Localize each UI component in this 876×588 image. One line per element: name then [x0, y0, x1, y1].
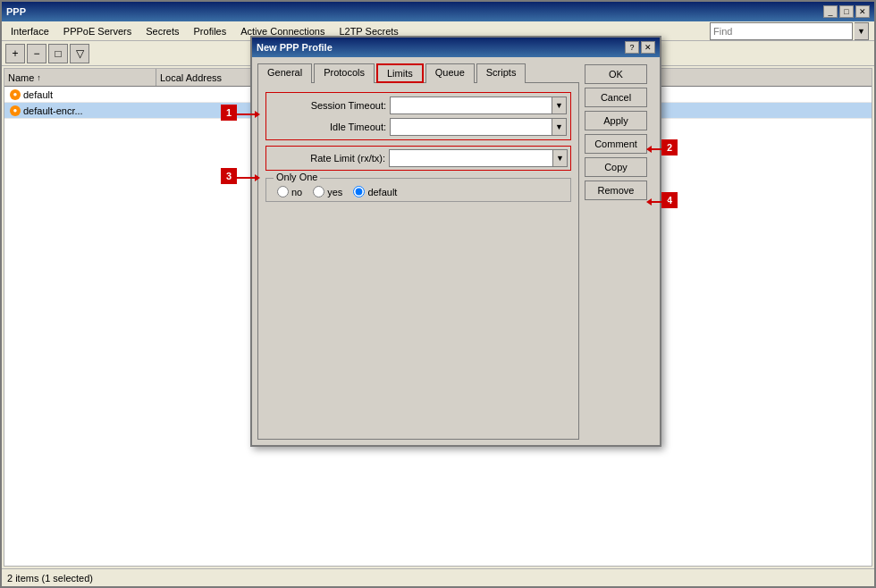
idle-timeout-select[interactable]: ▼	[390, 118, 567, 136]
cancel-button[interactable]: Cancel	[585, 88, 647, 107]
session-timeout-select[interactable]: ▼	[390, 97, 567, 114]
timeout-group: Session Timeout: ▼ Idle Timeout: ▼	[265, 92, 571, 140]
rate-limit-input[interactable]	[390, 150, 552, 166]
tab-content: Session Timeout: ▼ Idle Timeout: ▼	[257, 82, 579, 440]
remove-button[interactable]: Remove	[585, 181, 647, 200]
tab-scripts[interactable]: Scripts	[476, 63, 526, 83]
rate-limit-select[interactable]: ▼	[389, 149, 568, 167]
apply-button[interactable]: Apply	[585, 111, 647, 130]
radio-default[interactable]: default	[353, 186, 397, 197]
modal-controls: ? ✕	[625, 41, 655, 54]
idle-timeout-input[interactable]	[391, 119, 552, 135]
only-one-legend: Only One	[274, 172, 320, 182]
tab-general[interactable]: General	[257, 63, 312, 83]
idle-timeout-dropdown[interactable]: ▼	[552, 119, 566, 135]
radio-no[interactable]: no	[277, 186, 302, 197]
modal-overlay: New PPP Profile ? ✕ General Protocols Li…	[0, 0, 876, 588]
modal-title-bar: New PPP Profile ? ✕	[252, 38, 660, 57]
modal-inner: General Protocols Limits Queue Scripts S…	[252, 57, 660, 445]
tab-limits[interactable]: Limits	[376, 63, 424, 83]
modal-help-button[interactable]: ?	[625, 41, 639, 54]
tab-bar: General Protocols Limits Queue Scripts	[257, 63, 579, 82]
radio-default-input[interactable]	[353, 186, 365, 197]
session-timeout-label: Session Timeout:	[270, 100, 386, 111]
ok-button[interactable]: OK	[585, 64, 647, 84]
modal-buttons-panel: OK Cancel Apply Comment Copy Remove	[585, 57, 660, 445]
modal-close-button[interactable]: ✕	[641, 41, 655, 54]
comment-button[interactable]: Comment	[585, 134, 647, 154]
radio-yes-input[interactable]	[313, 186, 324, 197]
session-timeout-input[interactable]	[391, 97, 552, 113]
radio-no-input[interactable]	[277, 186, 289, 197]
modal-left: General Protocols Limits Queue Scripts S…	[252, 57, 585, 445]
modal-title: New PPP Profile	[257, 42, 333, 53]
radio-yes[interactable]: yes	[313, 186, 342, 197]
idle-timeout-row: Idle Timeout: ▼	[270, 118, 567, 136]
idle-timeout-label: Idle Timeout:	[270, 122, 386, 132]
only-one-group: Only One no yes	[265, 178, 571, 202]
new-ppp-profile-dialog: New PPP Profile ? ✕ General Protocols Li…	[250, 36, 661, 447]
session-timeout-row: Session Timeout: ▼	[270, 97, 567, 114]
rate-limit-row: Rate Limit (rx/tx): ▼	[265, 146, 571, 171]
tab-protocols[interactable]: Protocols	[314, 63, 375, 83]
rate-limit-label: Rate Limit (rx/tx):	[269, 153, 385, 164]
tab-queue[interactable]: Queue	[425, 63, 475, 83]
only-one-radio-row: no yes default	[274, 182, 563, 197]
rate-limit-dropdown[interactable]: ▼	[552, 150, 567, 166]
copy-button[interactable]: Copy	[585, 157, 647, 177]
session-timeout-dropdown[interactable]: ▼	[552, 97, 566, 113]
